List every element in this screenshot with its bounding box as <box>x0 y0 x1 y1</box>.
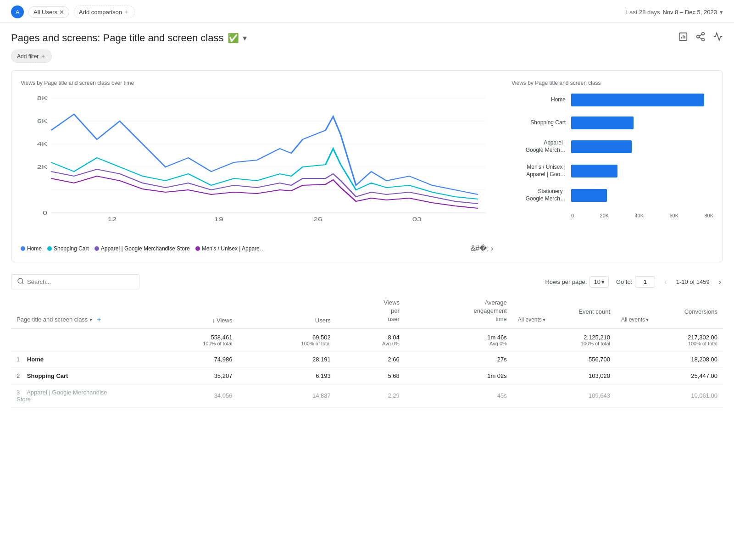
rows-per-page-select[interactable]: 10 ▾ <box>589 276 608 288</box>
row2-events: 103,020 <box>512 367 616 384</box>
insights-icon[interactable] <box>713 32 723 44</box>
page-title-row: Pages and screens: Page title and screen… <box>11 32 247 44</box>
row2-vpu: 5.68 <box>336 367 405 384</box>
pagination-controls: Rows per page: 10 ▾ Go to: ‹ 1-10 of 145… <box>545 276 723 288</box>
col-header-vpu: Viewsperuser <box>336 294 405 329</box>
bar-row-apparel: Apparel |Google Merch… <box>512 139 713 154</box>
verified-icon: ✅ <box>228 33 239 44</box>
bar-label-mens: Men's / Unisex |Apparel | Goo… <box>512 164 571 178</box>
search-icon <box>17 277 24 286</box>
share-icon[interactable] <box>695 32 706 44</box>
totals-vpu-sub: Avg 0% <box>342 341 400 346</box>
prev-page-button[interactable]: ‹ <box>662 276 668 288</box>
x-label-60k: 60K <box>669 213 678 218</box>
totals-engagement-sub: Avg 0% <box>411 341 507 346</box>
col-add-icon[interactable]: ＋ <box>96 316 102 324</box>
col-filter-icon[interactable]: ▾ <box>89 316 92 323</box>
bar-row-mens: Men's / Unisex |Apparel | Goo… <box>512 164 713 178</box>
line-chart-area: 8K 6K 4K 2K 0 12 Nov 19 26 03 Dec <box>21 94 493 240</box>
totals-events-sub: 100% of total <box>518 341 610 346</box>
all-users-label: All Users <box>33 9 57 16</box>
go-to-input[interactable] <box>635 276 655 288</box>
col-header-events: Event count All events ▾ <box>512 294 616 329</box>
search-input[interactable] <box>27 278 133 285</box>
bar-track-apparel <box>571 140 713 153</box>
bar-track-home <box>571 94 713 106</box>
close-icon[interactable]: ✕ <box>59 9 64 16</box>
bar-label-home: Home <box>512 96 571 104</box>
page-title: Pages and screens: Page title and screen… <box>11 32 224 44</box>
totals-conv-cell: 217,302.00 100% of total <box>616 329 723 351</box>
add-filter-button[interactable]: Add filter ＋ <box>11 50 52 63</box>
row1-title: Home <box>27 356 44 363</box>
legend-label-home: Home <box>27 245 42 252</box>
row2-title: Shopping Cart <box>27 372 68 379</box>
all-users-chip[interactable]: All Users ✕ <box>28 6 69 18</box>
rows-per-page: Rows per page: 10 ▾ <box>545 276 609 288</box>
legend-prev-button[interactable]: &#�; <box>471 244 489 253</box>
bar-fill-home <box>571 94 704 106</box>
bar-label-apparel: Apparel |Google Merch… <box>512 139 571 154</box>
svg-text:19: 19 <box>214 216 223 222</box>
go-to-label: Go to: <box>616 278 632 285</box>
svg-text:26: 26 <box>313 216 323 222</box>
table-section: Rows per page: 10 ▾ Go to: ‹ 1-10 of 145… <box>11 270 723 408</box>
add-comparison-chip[interactable]: Add comparison ＋ <box>74 6 135 18</box>
legend-label-cart: Shopping Cart <box>54 245 89 252</box>
totals-users-sub: 100% of total <box>243 341 330 346</box>
svg-text:8K: 8K <box>37 95 47 101</box>
totals-conv-value: 217,302.00 <box>621 334 717 341</box>
line-chart-svg: 8K 6K 4K 2K 0 12 Nov 19 26 03 Dec <box>21 94 493 222</box>
legend-label-apparel: Apparel | Google Merchandise Store <box>101 245 190 252</box>
date-range-selector[interactable]: Last 28 days Nov 8 – Dec 5, 2023 ▾ <box>626 9 723 16</box>
row3-rank: 3 <box>17 389 20 396</box>
rows-per-page-value: 10 <box>594 278 600 285</box>
x-label-20k: 20K <box>600 213 609 218</box>
row3-title: Apparel | Google MerchandiseStore <box>17 389 107 403</box>
bar-fill-apparel <box>571 140 632 153</box>
row1-views: 74,986 <box>139 351 238 367</box>
search-box[interactable] <box>11 274 139 289</box>
row3-users: 14,887 <box>238 384 336 407</box>
legend-item-cart: Shopping Cart <box>47 245 89 252</box>
rows-per-page-label: Rows per page: <box>545 278 587 285</box>
all-events-dropdown-conv[interactable]: All events ▾ <box>621 316 717 324</box>
bar-fill-cart <box>571 116 634 129</box>
svg-text:Nov: Nov <box>106 222 119 222</box>
legend-next-button[interactable]: › <box>491 244 493 253</box>
x-label-40k: 40K <box>634 213 644 218</box>
row3-views: 34,056 <box>139 384 238 407</box>
row3-vpu: 2.29 <box>336 384 405 407</box>
table-row: 2 Shopping Cart 35,207 6,193 5.68 1m 02s… <box>11 367 723 384</box>
add-comparison-label: Add comparison <box>79 9 122 16</box>
page-header: Pages and screens: Page title and screen… <box>0 22 734 50</box>
bar-track-mens <box>571 165 713 177</box>
chart-icon[interactable] <box>678 32 688 44</box>
totals-engagement-value: 1m 46s <box>411 334 507 341</box>
legend-dot-cart <box>47 246 52 251</box>
page-dropdown-icon[interactable]: ▾ <box>243 33 247 43</box>
totals-views-value: 558,461 <box>145 334 232 341</box>
bar-chart-section: Views by Page title and screen class Hom… <box>512 80 713 253</box>
col-header-page-title: Page title and screen class ▾ ＋ <box>11 294 139 329</box>
table-row: 3 Apparel | Google MerchandiseStore 34,0… <box>11 384 723 407</box>
date-range-value: Nov 8 – Dec 5, 2023 <box>662 9 717 16</box>
totals-conv-sub: 100% of total <box>621 341 717 346</box>
totals-views-cell: 558,461 100% of total <box>139 329 238 351</box>
legend-dot-mens <box>195 246 200 251</box>
svg-text:03: 03 <box>412 216 422 222</box>
row1-rank: 1 <box>17 356 20 363</box>
avatar: A <box>11 6 24 18</box>
next-page-button[interactable]: › <box>717 276 723 288</box>
table-controls: Rows per page: 10 ▾ Go to: ‹ 1-10 of 145… <box>11 270 723 294</box>
legend-dot-home <box>21 246 25 251</box>
legend-label-mens: Men's / Unisex | Appare… <box>202 245 265 252</box>
row1-users: 28,191 <box>238 351 336 367</box>
plus-icon: ＋ <box>40 52 46 60</box>
totals-row: 558,461 100% of total 69,502 100% of tot… <box>11 329 723 351</box>
row1-title-cell: 1 Home <box>11 351 139 367</box>
col-header-views: ↓ Views <box>139 294 238 329</box>
row1-vpu: 2.66 <box>336 351 405 367</box>
all-events-dropdown-events[interactable]: All events ▾ <box>518 316 610 324</box>
bar-chart-area: Home Shopping Cart Apparel |Google Merch… <box>512 94 713 218</box>
